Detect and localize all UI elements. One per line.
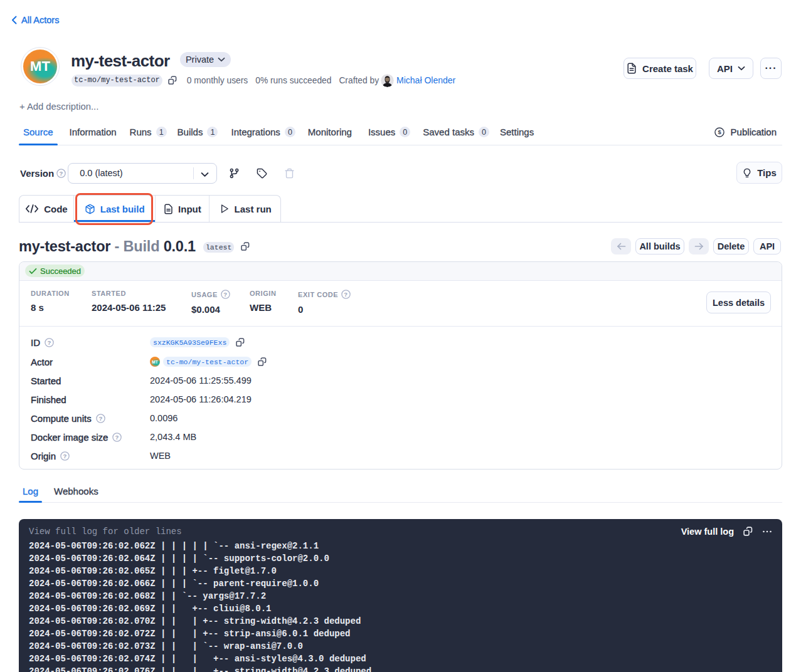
svg-text:?: ? <box>60 169 63 176</box>
svg-text:?: ? <box>48 339 51 345</box>
svg-text:$: $ <box>718 129 721 135</box>
svg-text:?: ? <box>223 291 227 298</box>
svg-text:?: ? <box>63 452 67 459</box>
svg-text:?: ? <box>98 414 102 421</box>
svg-text:?: ? <box>344 291 348 298</box>
svg-text:?: ? <box>115 433 119 440</box>
